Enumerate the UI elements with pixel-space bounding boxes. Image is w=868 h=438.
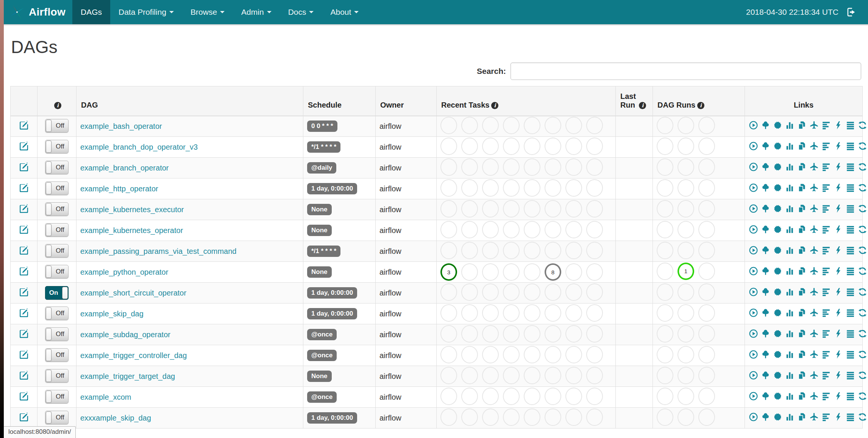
link-gantt-view[interactable] (821, 204, 831, 213)
dag-pause-toggle[interactable]: Off (45, 202, 69, 216)
link-code-view[interactable] (834, 183, 843, 192)
dag-pause-toggle[interactable]: Off (45, 411, 69, 424)
link-logs[interactable] (846, 141, 855, 151)
search-input[interactable] (510, 63, 861, 80)
link-landing-times[interactable] (809, 412, 819, 422)
link-trigger-dag[interactable] (749, 204, 758, 213)
link-task-duration[interactable] (785, 412, 795, 422)
link-tree-view[interactable] (761, 308, 770, 318)
link-tree-view[interactable] (761, 266, 770, 276)
dag-pause-toggle[interactable]: Off (45, 390, 69, 404)
dag-pause-toggle[interactable]: Off (45, 369, 69, 383)
edit-dag-button[interactable] (19, 120, 29, 131)
link-code-view[interactable] (834, 308, 843, 318)
link-landing-times[interactable] (809, 120, 819, 130)
dag-pause-toggle[interactable]: Off (45, 119, 69, 133)
link-refresh[interactable] (858, 371, 867, 380)
link-task-tries[interactable] (797, 329, 807, 338)
link-trigger-dag[interactable] (749, 412, 758, 422)
link-refresh[interactable] (858, 287, 867, 297)
dag-pause-toggle[interactable]: Off (45, 161, 69, 174)
dag-pause-toggle[interactable]: Off (45, 140, 69, 153)
link-task-duration[interactable] (785, 329, 795, 338)
link-landing-times[interactable] (809, 225, 819, 234)
dag-link[interactable]: example_subdag_operator (80, 330, 170, 339)
dag-link[interactable]: example_http_operator (80, 185, 158, 193)
link-refresh[interactable] (858, 391, 867, 401)
link-gantt-view[interactable] (821, 266, 831, 276)
link-code-view[interactable] (834, 120, 843, 130)
link-trigger-dag[interactable] (749, 391, 758, 401)
nav-item-browse[interactable]: Browse (182, 0, 233, 24)
link-trigger-dag[interactable] (749, 141, 758, 151)
link-refresh[interactable] (858, 183, 867, 192)
link-tree-view[interactable] (761, 391, 770, 401)
link-refresh[interactable] (858, 329, 867, 338)
col-header-schedule[interactable]: Schedule (303, 86, 376, 116)
link-logs[interactable] (846, 204, 855, 213)
link-trigger-dag[interactable] (749, 162, 758, 172)
dag-pause-toggle[interactable]: Off (45, 348, 69, 362)
link-refresh[interactable] (858, 162, 867, 172)
dag-link[interactable]: example_trigger_controller_dag (80, 351, 187, 360)
dag-pause-toggle[interactable]: Off (45, 265, 69, 278)
task-count-circle[interactable]: 8 (545, 263, 561, 281)
link-graph-view[interactable] (773, 350, 782, 359)
dag-link[interactable]: example_trigger_target_dag (80, 372, 175, 380)
edit-dag-button[interactable] (19, 141, 29, 152)
link-task-tries[interactable] (797, 412, 807, 422)
link-task-duration[interactable] (785, 120, 795, 130)
edit-dag-button[interactable] (19, 266, 29, 277)
link-refresh[interactable] (858, 266, 867, 276)
link-logs[interactable] (846, 120, 855, 130)
link-graph-view[interactable] (773, 266, 782, 276)
task-count-circle[interactable]: 3 (440, 263, 457, 281)
edit-dag-button[interactable] (19, 370, 29, 381)
link-refresh[interactable] (858, 350, 867, 359)
col-header-owner[interactable]: Owner (376, 86, 437, 116)
link-refresh[interactable] (858, 120, 867, 130)
dag-link[interactable]: example_passing_params_via_test_command (80, 247, 236, 255)
link-graph-view[interactable] (773, 371, 782, 380)
edit-dag-button[interactable] (19, 183, 29, 193)
link-tree-view[interactable] (761, 120, 770, 130)
link-task-duration[interactable] (785, 183, 795, 192)
dag-pause-toggle[interactable]: On (45, 286, 69, 300)
link-landing-times[interactable] (809, 391, 819, 401)
link-task-duration[interactable] (785, 350, 795, 359)
link-logs[interactable] (846, 391, 855, 401)
link-gantt-view[interactable] (821, 391, 831, 401)
link-graph-view[interactable] (773, 308, 782, 318)
link-code-view[interactable] (834, 350, 843, 359)
link-tree-view[interactable] (761, 329, 770, 338)
link-graph-view[interactable] (773, 287, 782, 297)
dag-link[interactable]: example_branch_operator (80, 164, 169, 172)
dag-link[interactable]: example_skip_dag (80, 310, 144, 318)
edit-dag-button[interactable] (19, 203, 29, 214)
link-gantt-view[interactable] (821, 141, 831, 151)
link-landing-times[interactable] (809, 308, 819, 318)
link-tree-view[interactable] (761, 204, 770, 213)
link-graph-view[interactable] (773, 225, 782, 234)
link-task-duration[interactable] (785, 225, 795, 234)
link-trigger-dag[interactable] (749, 183, 758, 192)
dag-link[interactable]: example_bash_operator (80, 122, 162, 130)
link-landing-times[interactable] (809, 162, 819, 172)
link-task-tries[interactable] (797, 162, 807, 172)
link-tree-view[interactable] (761, 246, 770, 255)
link-gantt-view[interactable] (821, 308, 831, 318)
link-code-view[interactable] (834, 266, 843, 276)
edit-dag-button[interactable] (19, 412, 29, 422)
link-logs[interactable] (846, 350, 855, 359)
link-code-view[interactable] (834, 329, 843, 338)
link-graph-view[interactable] (773, 412, 782, 422)
link-code-view[interactable] (834, 412, 843, 422)
col-header-dag[interactable]: DAG (76, 86, 303, 116)
link-trigger-dag[interactable] (749, 308, 758, 318)
link-task-duration[interactable] (785, 391, 795, 401)
link-logs[interactable] (846, 287, 855, 297)
link-refresh[interactable] (858, 246, 867, 255)
edit-dag-button[interactable] (19, 391, 29, 402)
dag-pause-toggle[interactable]: Off (45, 244, 69, 258)
link-graph-view[interactable] (773, 246, 782, 255)
